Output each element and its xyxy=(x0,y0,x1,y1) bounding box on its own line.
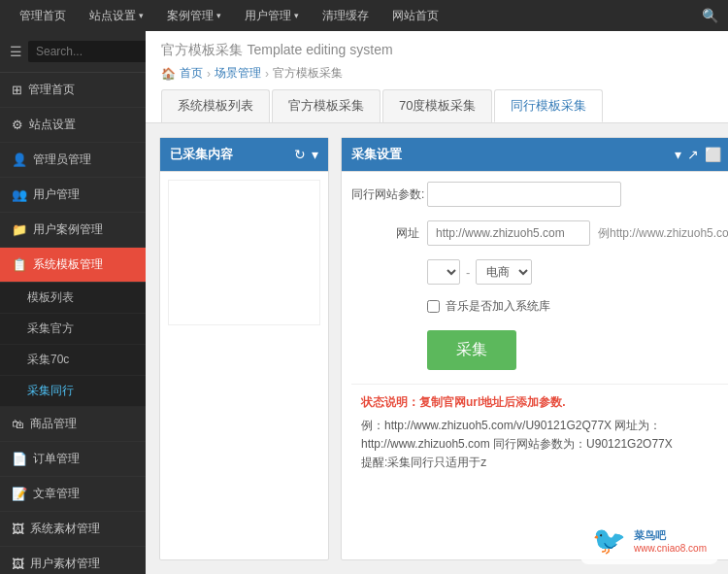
status-text: 例：http://www.zhizuoh5.com/v/U90121G2Q77X… xyxy=(361,417,728,473)
page-title: 官方模板采集 Template editing system xyxy=(161,41,712,59)
template-icon: 📋 xyxy=(12,257,27,272)
top-nav-item-settings[interactable]: 站点设置 ▾ xyxy=(80,4,153,28)
admin-icon: 👤 xyxy=(12,152,27,167)
peer-site-row: 同行网站参数: xyxy=(351,182,728,207)
sidebar-item-products[interactable]: 🛍 商品管理 xyxy=(0,407,146,442)
home-icon: ⊞ xyxy=(12,83,22,97)
sidebar-item-user-cases[interactable]: 📁 用户案例管理 xyxy=(0,213,146,248)
breadcrumb-icon: 🏠 xyxy=(161,67,176,81)
url-input[interactable] xyxy=(427,220,590,246)
music-row: 音乐是否加入系统库 xyxy=(351,298,728,315)
right-panel-actions: ▾ ↗ ⬜ ✕ xyxy=(675,147,728,162)
status-label: 状态说明：复制官网url地址后添加参数. xyxy=(361,394,728,411)
top-nav-item-cases[interactable]: 案例管理 ▾ xyxy=(157,4,231,28)
music-checkbox[interactable] xyxy=(427,300,440,313)
tabs: 系统模板列表 官方模板采集 70度模板采集 同行模板采集 xyxy=(161,89,712,122)
top-navigation: 管理首页 站点设置 ▾ 案例管理 ▾ 用户管理 ▾ 清理缓存 网站首页 🔍 xyxy=(0,0,728,31)
peer-site-label: 同行网站参数: xyxy=(351,186,419,203)
orders-icon: 📄 xyxy=(12,452,27,466)
menu-icon[interactable]: ☰ xyxy=(10,44,22,59)
minimize-icon[interactable]: ⬜ xyxy=(705,147,721,162)
tab-system-templates[interactable]: 系统模板列表 xyxy=(161,89,270,122)
right-panel-title: 采集设置 xyxy=(351,146,669,163)
page-header: 官方模板采集 Template editing system 🏠 首页 › 场景… xyxy=(146,31,728,123)
search-icon[interactable]: 🔍 xyxy=(702,8,718,23)
products-icon: 🛍 xyxy=(12,417,24,431)
sidebar-sub-template-list[interactable]: 模板列表 xyxy=(0,283,146,314)
articles-icon: 📝 xyxy=(12,487,27,501)
url-row: 网址 例http://www.zhizuoh5.com xyxy=(351,220,728,246)
tab-70-collect[interactable]: 70度模板采集 xyxy=(382,89,492,122)
sidebar-sub-collect-peer[interactable]: 采集同行 xyxy=(0,376,146,407)
left-panel-header: 已采集内容 ↻ ▾ xyxy=(160,138,328,172)
left-panel: 已采集内容 ↻ ▾ xyxy=(159,137,329,560)
breadcrumb-scene[interactable]: 场景管理 xyxy=(215,65,261,82)
left-panel-actions: ↻ ▾ xyxy=(294,147,318,162)
top-nav-item-cache[interactable]: 清理缓存 xyxy=(313,4,379,28)
sidebar-item-orders[interactable]: 📄 订单管理 xyxy=(0,442,146,477)
top-nav-item-website[interactable]: 网站首页 xyxy=(382,4,448,28)
top-nav-item-users[interactable]: 用户管理 ▾ xyxy=(235,4,309,28)
status-section: 状态说明：复制官网url地址后添加参数. 例：http://www.zhizuo… xyxy=(351,384,728,483)
chevron-down-icon: ▾ xyxy=(139,11,144,20)
breadcrumb: 🏠 首页 › 场景管理 › 官方模板采集 xyxy=(161,65,712,82)
sidebar-item-home[interactable]: ⊞ 管理首页 xyxy=(0,73,146,108)
category-select-1[interactable] xyxy=(427,259,460,285)
sidebar-item-articles[interactable]: 📝 文章管理 xyxy=(0,477,146,512)
chevron-down-icon[interactable]: ▾ xyxy=(675,147,681,162)
sidebar-item-sys-media[interactable]: 🖼 系统素材管理 xyxy=(0,512,146,547)
tab-official-collect[interactable]: 官方模板采集 xyxy=(272,89,381,122)
chevron-down-icon[interactable]: ▾ xyxy=(312,147,318,162)
peer-site-input[interactable] xyxy=(427,182,621,207)
url-label: 网址 xyxy=(351,225,419,242)
category-select-2[interactable]: 电商 xyxy=(476,259,532,285)
refresh-icon[interactable]: ↻ xyxy=(294,147,306,162)
music-label: 音乐是否加入系统库 xyxy=(446,298,550,315)
expand-icon[interactable]: ↗ xyxy=(687,147,699,162)
url-hint: 例http://www.zhizuoh5.com xyxy=(598,225,728,242)
breadcrumb-current: 官方模板采集 xyxy=(273,65,343,82)
settings-icon: ⚙ xyxy=(12,118,23,132)
user-media-icon: 🖼 xyxy=(12,557,24,571)
main-layout: ☰ 🔍 ⊞ 管理首页 ⚙ 站点设置 👤 管理员管理 👥 用户管理 📁 用户案例管… xyxy=(0,31,728,574)
tab-peer-collect[interactable]: 同行模板采集 xyxy=(494,89,603,122)
left-panel-title: 已采集内容 xyxy=(170,146,288,163)
right-panel: 采集设置 ▾ ↗ ⬜ ✕ 同行网站参数: 网址 xyxy=(341,137,728,560)
users-icon: 👥 xyxy=(12,187,27,202)
sidebar: ☰ 🔍 ⊞ 管理首页 ⚙ 站点设置 👤 管理员管理 👥 用户管理 📁 用户案例管… xyxy=(0,31,146,574)
collect-button[interactable]: 采集 xyxy=(427,330,516,370)
top-nav-item-home[interactable]: 管理首页 xyxy=(10,4,76,28)
sidebar-sub-collect-official[interactable]: 采集官方 xyxy=(0,314,146,345)
content-body: 已采集内容 ↻ ▾ 采集设置 ▾ ↗ ⬜ ✕ xyxy=(146,123,728,574)
sidebar-search-input[interactable] xyxy=(28,41,146,62)
category-row: - 电商 xyxy=(351,259,728,285)
right-panel-header: 采集设置 ▾ ↗ ⬜ ✕ xyxy=(342,138,728,172)
right-panel-body: 同行网站参数: 网址 例http://www.zhizuoh5.com - xyxy=(342,172,728,559)
sidebar-header: ☰ 🔍 xyxy=(0,31,146,73)
sidebar-item-users[interactable]: 👥 用户管理 xyxy=(0,178,146,213)
sidebar-item-admin[interactable]: 👤 管理员管理 xyxy=(0,143,146,178)
sidebar-item-user-media[interactable]: 🖼 用户素材管理 xyxy=(0,547,146,574)
media-icon: 🖼 xyxy=(12,522,24,536)
breadcrumb-home[interactable]: 首页 xyxy=(180,65,203,82)
content-area: 官方模板采集 Template editing system 🏠 首页 › 场景… xyxy=(146,31,728,574)
sidebar-sub-collect-70c[interactable]: 采集70c xyxy=(0,345,146,376)
sidebar-item-templates[interactable]: 📋 系统模板管理 xyxy=(0,248,146,283)
left-panel-content xyxy=(168,180,320,325)
select-separator: - xyxy=(466,265,470,280)
sidebar-item-site-settings[interactable]: ⚙ 站点设置 xyxy=(0,108,146,143)
folder-icon: 📁 xyxy=(12,222,27,237)
chevron-down-icon: ▾ xyxy=(294,11,299,20)
chevron-down-icon: ▾ xyxy=(216,11,221,20)
